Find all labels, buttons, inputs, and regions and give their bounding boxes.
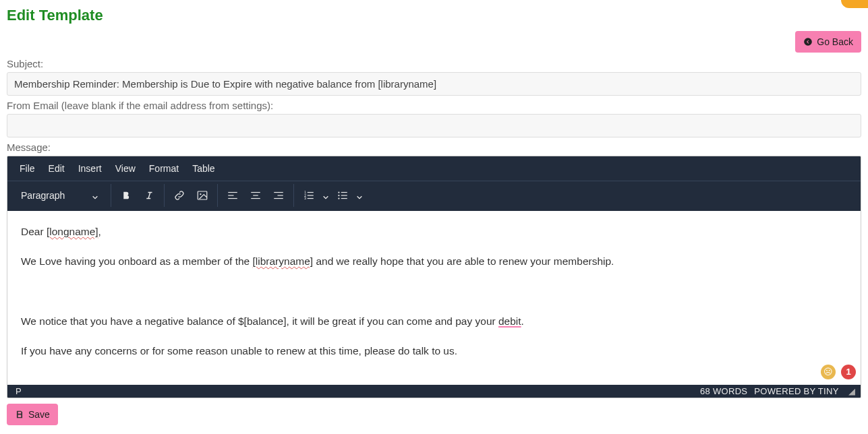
issue-count-badge[interactable]: 1 xyxy=(841,365,856,379)
from-email-input[interactable] xyxy=(7,114,861,137)
menu-table[interactable]: Table xyxy=(185,156,221,181)
body-line-1: Dear [longname], xyxy=(21,223,847,241)
text: Dear xyxy=(21,226,47,237)
editor-statusbar: P 68 WORDS POWERED BY TINY ◢ xyxy=(7,385,861,398)
menu-format[interactable]: Format xyxy=(142,156,185,181)
numbered-list-button[interactable]: 123 xyxy=(299,186,318,205)
rich-text-editor: File Edit Insert View Format Table Parag… xyxy=(7,156,861,398)
svg-point-20 xyxy=(339,191,340,193)
go-back-button[interactable]: Go Back xyxy=(795,31,861,53)
save-button[interactable]: Save xyxy=(7,404,58,425)
subject-label: Subject: xyxy=(7,58,861,69)
format-dropdown[interactable]: Paragraph xyxy=(17,186,105,205)
chevron-down-icon[interactable] xyxy=(356,192,363,199)
body-line-3: We notice that you have a negative balan… xyxy=(21,313,847,330)
svg-point-1 xyxy=(200,193,202,195)
svg-text:3: 3 xyxy=(305,197,307,200)
text: We Love having you onboard as a member o… xyxy=(21,255,253,267)
message-label: Message: xyxy=(7,142,861,153)
svg-point-22 xyxy=(339,197,340,199)
body-line-2: We Love having you onboard as a member o… xyxy=(21,253,847,270)
text: We notice that you have a negative balan… xyxy=(21,315,498,327)
link-button[interactable] xyxy=(170,186,189,205)
save-icon xyxy=(15,410,24,419)
back-icon xyxy=(803,37,813,46)
text: , xyxy=(98,226,101,237)
face-sad-icon[interactable]: ☹ xyxy=(821,365,836,379)
body-blank xyxy=(21,283,847,301)
image-button[interactable] xyxy=(193,186,212,205)
word-debit: debit xyxy=(498,315,521,327)
svg-point-21 xyxy=(339,195,340,196)
token-longname: [longname] xyxy=(47,226,98,237)
menu-file[interactable]: File xyxy=(13,156,42,181)
from-email-label: From Email (leave blank if the email add… xyxy=(7,100,861,111)
page-title: Edit Template xyxy=(7,7,861,24)
body-line-4: If you have any concerns or for some rea… xyxy=(21,342,847,360)
format-dropdown-label: Paragraph xyxy=(21,190,65,201)
editor-toolbar: Paragraph 123 xyxy=(7,181,861,211)
text: and we really hope that you are able to … xyxy=(313,255,614,267)
bullet-list-button[interactable] xyxy=(333,186,352,205)
chevron-down-icon[interactable] xyxy=(322,192,329,199)
subject-input[interactable] xyxy=(7,72,861,96)
align-center-button[interactable] xyxy=(246,186,265,205)
powered-by[interactable]: POWERED BY TINY xyxy=(754,386,838,396)
resize-handle[interactable]: ◢ xyxy=(848,386,855,396)
align-left-button[interactable] xyxy=(223,186,242,205)
save-label: Save xyxy=(28,409,50,420)
token-libraryname: [libraryname] xyxy=(253,255,314,267)
bold-button[interactable] xyxy=(117,186,136,205)
align-right-button[interactable] xyxy=(269,186,288,205)
header-accent xyxy=(841,0,868,8)
menu-insert[interactable]: Insert xyxy=(71,156,109,181)
text: . xyxy=(521,315,524,327)
italic-button[interactable] xyxy=(140,186,158,205)
menu-view[interactable]: View xyxy=(109,156,142,181)
word-count: 68 WORDS xyxy=(700,386,747,396)
chevron-down-icon xyxy=(92,192,98,199)
editor-menubar: File Edit Insert View Format Table xyxy=(7,156,861,181)
go-back-label: Go Back xyxy=(817,36,853,47)
status-path[interactable]: P xyxy=(16,386,22,396)
editor-content[interactable]: Dear [longname], We Love having you onbo… xyxy=(7,211,861,385)
menu-edit[interactable]: Edit xyxy=(42,156,71,181)
